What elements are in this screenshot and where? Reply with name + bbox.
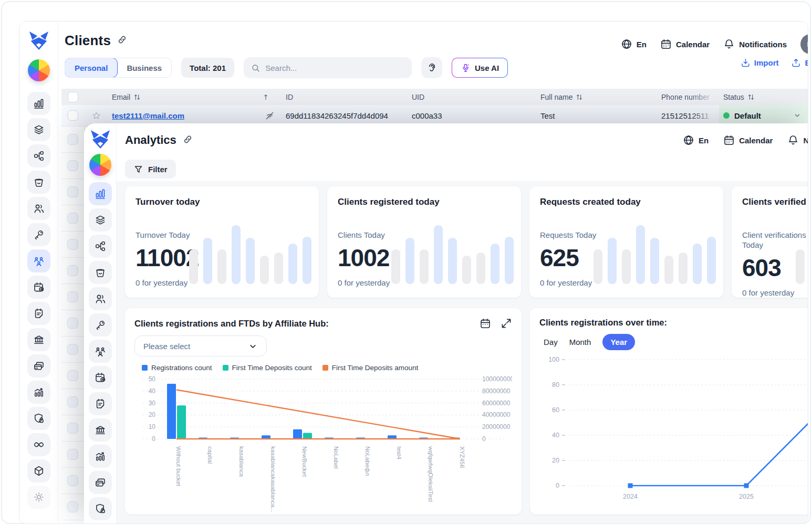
sidebar-item-cube[interactable] (27, 459, 50, 482)
row-email-link[interactable]: test2111@mail.com (112, 111, 184, 120)
sidebar-item-loop[interactable] (27, 433, 50, 456)
search-box[interactable] (244, 57, 412, 78)
use-ai-button[interactable]: Use AI (452, 58, 508, 78)
sidebar-item-gear[interactable] (27, 486, 50, 509)
bucket-icon (95, 267, 106, 278)
tab-business[interactable]: Business (117, 58, 171, 77)
row-checkbox[interactable] (67, 213, 78, 224)
voice-search-button[interactable] (421, 57, 442, 78)
star-icon[interactable] (91, 111, 101, 121)
svg-text:capital: capital (207, 446, 213, 464)
affiliate-select[interactable]: Please select (134, 335, 267, 356)
fox-logo-icon[interactable] (89, 130, 111, 150)
sidebar-item-notepad[interactable] (89, 392, 112, 415)
sidebar-item-users-group[interactable] (27, 249, 50, 272)
row-checkbox[interactable] (67, 423, 78, 434)
sidebar-item-bank[interactable] (89, 418, 112, 442)
chevron-down-icon[interactable] (794, 112, 801, 119)
row-checkbox[interactable] (67, 291, 78, 302)
import-button[interactable]: Import (741, 58, 779, 68)
column-header-phone[interactable]: Phone number (657, 89, 719, 105)
filter-button[interactable]: Filter (125, 160, 176, 178)
fox-logo-icon[interactable] (28, 31, 50, 51)
registrations-over-time-chart: 02040608010020242025 (539, 353, 808, 509)
row-checkbox[interactable] (67, 396, 78, 407)
column-header-email[interactable]: Email (108, 89, 258, 105)
link-icon[interactable] (183, 134, 193, 146)
sidebar-item-bucket[interactable] (27, 171, 50, 194)
trending-icon (33, 386, 45, 398)
row-checkbox[interactable] (67, 134, 78, 145)
time-granularity-toggle: Day Month Year (539, 334, 808, 350)
toggle-day[interactable]: Day (544, 338, 558, 346)
sidebar-item-key[interactable] (89, 313, 112, 337)
sidebar-item-credit-card[interactable] (27, 354, 50, 377)
toggle-month[interactable]: Month (569, 338, 591, 346)
sidebar-item-hierarchy[interactable] (27, 144, 50, 167)
row-checkbox[interactable] (67, 475, 78, 486)
sidebar-item-layers[interactable] (89, 208, 112, 232)
search-input[interactable] (265, 64, 404, 72)
sidebar-item-shield-lock[interactable] (27, 407, 50, 430)
sidebar-item-hierarchy[interactable] (89, 235, 112, 258)
sidebar-item-users-group[interactable] (89, 340, 112, 363)
sidebar-item-bucket[interactable] (89, 261, 112, 284)
theme-color-wheel-icon[interactable] (89, 154, 111, 176)
column-header-id[interactable]: ID (282, 89, 408, 105)
calendar-button[interactable]: Calendar (723, 134, 773, 146)
sidebar-item-analytics[interactable] (89, 182, 112, 205)
column-header-sort[interactable] (258, 89, 282, 105)
kpi-card-clients-verified: Clients verified Client verifications To… (732, 186, 808, 298)
row-checkbox[interactable] (67, 318, 78, 329)
sidebar-item-analytics[interactable] (27, 92, 50, 115)
analytics-icon (95, 188, 106, 200)
toggle-year[interactable]: Year (602, 334, 635, 350)
row-checkbox[interactable] (67, 449, 78, 460)
sidebar-item-credit-card[interactable] (89, 471, 112, 494)
sidebar-item-shield-lock[interactable] (89, 497, 112, 520)
sidebar-item-users[interactable] (27, 197, 50, 220)
row-checkbox[interactable] (67, 160, 78, 171)
client-type-tabs: Personal Business (65, 58, 172, 78)
column-header-full-name[interactable]: Full name (536, 89, 657, 105)
column-header-uid[interactable]: UID (408, 89, 536, 105)
avatar[interactable]: HI (800, 34, 808, 54)
link-icon[interactable] (117, 35, 127, 47)
svg-text:kasablancakasablanca...: kasablancakasablanca... (270, 446, 276, 512)
calendar-button[interactable]: Calendar (660, 38, 710, 50)
column-header-status[interactable]: Status (719, 89, 808, 105)
notifications-button[interactable]: Notifications (723, 38, 787, 50)
analytics-sidebar (84, 123, 117, 524)
row-status-badge[interactable]: Default (719, 105, 808, 126)
expand-icon[interactable] (501, 318, 512, 329)
row-checkbox[interactable] (68, 110, 78, 121)
tab-personal[interactable]: Personal (65, 58, 118, 78)
sidebar-item-calendar-plus[interactable] (27, 276, 50, 299)
sidebar-item-key[interactable] (27, 223, 50, 246)
sidebar-item-bank[interactable] (27, 328, 50, 351)
row-checkbox[interactable] (67, 501, 78, 512)
row-checkbox[interactable] (67, 370, 78, 381)
row-checkbox[interactable] (67, 186, 78, 197)
calendar-icon[interactable] (480, 318, 491, 329)
sidebar-item-layers[interactable] (27, 118, 50, 141)
sidebar-item-trending[interactable] (89, 445, 112, 468)
ear-icon (426, 62, 438, 74)
row-checkbox[interactable] (67, 344, 78, 355)
language-switch[interactable]: En (683, 134, 709, 146)
select-all-checkbox[interactable] (68, 92, 78, 102)
sidebar-item-calendar-plus[interactable] (89, 366, 112, 389)
sidebar-item-users[interactable] (89, 287, 112, 310)
svg-text:Without bucket: Without bucket (175, 446, 182, 487)
sidebar-item-notepad[interactable] (27, 302, 50, 325)
svg-text:80: 80 (552, 381, 559, 388)
sidebar-item-trending[interactable] (27, 381, 50, 404)
row-checkbox[interactable] (67, 265, 78, 276)
bank-icon (95, 424, 106, 436)
language-switch[interactable]: En (621, 38, 647, 50)
svg-text:60000000: 60000000 (482, 400, 511, 407)
export-button[interactable]: Export (791, 58, 808, 68)
row-checkbox[interactable] (67, 239, 78, 250)
theme-color-wheel-icon[interactable] (28, 59, 50, 81)
notifications-button[interactable]: Notifications (787, 134, 808, 146)
